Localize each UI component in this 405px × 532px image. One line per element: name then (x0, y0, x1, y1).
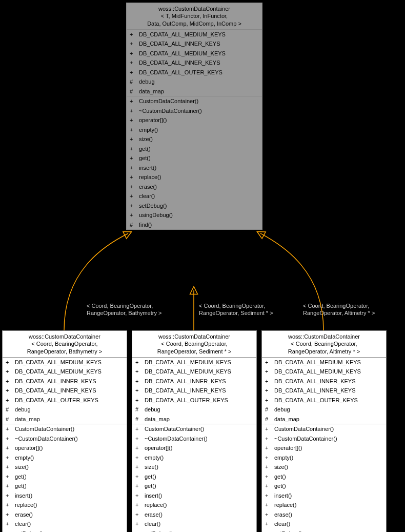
member-visibility: + (265, 454, 274, 462)
member-visibility: # (130, 77, 139, 86)
member-row[interactable]: +DB_CDATA_ALL_OUTER_KEYS (3, 396, 127, 405)
member-name: CustomDataContainer() (145, 425, 253, 434)
child-class-box-bathymetry[interactable]: woss::CustomDataContainer < Coord, Beari… (2, 330, 127, 532)
member-row[interactable]: +get() (262, 481, 386, 491)
child-attrs-section: +DB_CDATA_ALL_MEDIUM_KEYS+DB_CDATA_ALL_M… (132, 358, 256, 425)
member-row[interactable]: +size() (262, 462, 386, 472)
member-row[interactable]: #debug (262, 405, 386, 415)
member-name: DB_CDATA_ALL_INNER_KEYS (15, 377, 124, 386)
member-row[interactable]: +DB_CDATA_ALL_INNER_KEYS (132, 386, 256, 396)
member-row[interactable]: +get() (127, 144, 262, 154)
member-row[interactable]: +DB_CDATA_ALL_MEDIUM_KEYS (3, 358, 127, 367)
member-row[interactable]: +get() (3, 481, 127, 491)
member-row[interactable]: +setDebug() (3, 529, 127, 532)
member-row[interactable]: +size() (132, 462, 256, 472)
member-row[interactable]: #debug (3, 405, 127, 415)
member-row[interactable]: +~CustomDataContainer() (127, 106, 262, 116)
member-row[interactable]: +clear() (262, 519, 386, 529)
member-row[interactable]: #data_map (262, 415, 386, 424)
member-row[interactable]: +setDebug() (127, 201, 262, 211)
member-row[interactable]: +CustomDataContainer() (127, 96, 262, 106)
member-row[interactable]: +~CustomDataContainer() (262, 434, 386, 444)
member-row[interactable]: +operator[]() (3, 443, 127, 453)
member-row[interactable]: +DB_CDATA_ALL_INNER_KEYS (262, 377, 386, 386)
member-row[interactable]: #data_map (127, 87, 262, 96)
member-row[interactable]: +DB_CDATA_ALL_MEDIUM_KEYS (262, 358, 386, 367)
member-row[interactable]: +DB_CDATA_ALL_INNER_KEYS (262, 386, 386, 396)
member-row[interactable]: +DB_CDATA_ALL_MEDIUM_KEYS (3, 367, 127, 377)
member-row[interactable]: +DB_CDATA_ALL_INNER_KEYS (127, 39, 262, 49)
member-name: erase() (15, 510, 124, 519)
member-row[interactable]: +get() (262, 472, 386, 482)
member-row[interactable]: +erase() (262, 510, 386, 520)
member-row[interactable]: +empty() (132, 453, 256, 463)
member-row[interactable]: +DB_CDATA_ALL_INNER_KEYS (127, 58, 262, 68)
member-name: operator[]() (15, 444, 124, 452)
member-row[interactable]: #debug (132, 405, 256, 415)
member-row[interactable]: +CustomDataContainer() (132, 424, 256, 434)
member-row[interactable]: +get() (132, 472, 256, 482)
member-row[interactable]: +clear() (127, 191, 262, 201)
member-row[interactable]: +~CustomDataContainer() (132, 434, 256, 444)
member-row[interactable]: +DB_CDATA_ALL_MEDIUM_KEYS (132, 367, 256, 377)
member-row[interactable]: +erase() (127, 182, 262, 192)
child-class-box-altimetry[interactable]: woss::CustomDataContainer < Coord, Beari… (261, 330, 387, 532)
member-row[interactable]: +replace() (132, 500, 256, 510)
member-row[interactable]: +size() (3, 462, 127, 472)
member-name: DB_CDATA_ALL_OUTER_KEYS (274, 396, 383, 405)
member-row[interactable]: +operator[]() (262, 443, 386, 453)
member-name: operator[]() (274, 444, 383, 452)
member-row[interactable]: +replace() (262, 500, 386, 510)
member-row[interactable]: +DB_CDATA_ALL_INNER_KEYS (3, 377, 127, 386)
member-visibility: + (265, 367, 274, 376)
member-row[interactable]: +size() (127, 134, 262, 144)
member-row[interactable]: +operator[]() (127, 115, 262, 125)
member-name: CustomDataContainer() (15, 425, 124, 434)
title-line: < Coord, BearingOperator, (161, 341, 227, 347)
member-row[interactable]: +insert() (3, 491, 127, 501)
title-line: < T, MidFunctor, InFunctor, (161, 13, 228, 19)
member-row[interactable]: +CustomDataContainer() (262, 424, 386, 434)
member-name: DB_CDATA_ALL_OUTER_KEYS (15, 396, 124, 405)
member-row[interactable]: +empty() (127, 125, 262, 135)
member-row[interactable]: +erase() (3, 510, 127, 520)
member-row[interactable]: #data_map (132, 415, 256, 424)
member-name: operator[]() (145, 444, 253, 452)
member-row[interactable]: +DB_CDATA_ALL_OUTER_KEYS (132, 396, 256, 405)
member-row[interactable]: +DB_CDATA_ALL_MEDIUM_KEYS (262, 367, 386, 377)
member-name: DB_CDATA_ALL_MEDIUM_KEYS (145, 367, 253, 376)
member-row[interactable]: #data_map (3, 415, 127, 424)
member-row[interactable]: +DB_CDATA_ALL_OUTER_KEYS (262, 396, 386, 405)
member-row[interactable]: +get() (3, 472, 127, 482)
member-name: insert() (139, 164, 259, 172)
member-row[interactable]: +insert() (262, 491, 386, 501)
member-row[interactable]: +insert() (127, 163, 262, 173)
child-class-box-sediment[interactable]: woss::CustomDataContainer < Coord, Beari… (132, 330, 257, 532)
member-name: clear() (274, 520, 383, 528)
member-row[interactable]: #debug (127, 77, 262, 87)
member-row[interactable]: +DB_CDATA_ALL_MEDIUM_KEYS (127, 30, 262, 40)
member-row[interactable]: +DB_CDATA_ALL_OUTER_KEYS (127, 68, 262, 77)
member-row[interactable]: +CustomDataContainer() (3, 424, 127, 434)
member-row[interactable]: #find() (127, 220, 262, 230)
member-row[interactable]: +get() (132, 481, 256, 491)
member-row[interactable]: +operator[]() (132, 443, 256, 453)
member-row[interactable]: +setDebug() (132, 529, 256, 532)
member-row[interactable]: +empty() (3, 453, 127, 463)
member-row[interactable]: +DB_CDATA_ALL_INNER_KEYS (3, 386, 127, 396)
member-row[interactable]: +empty() (262, 453, 386, 463)
member-row[interactable]: +replace() (3, 500, 127, 510)
member-row[interactable]: +usingDebug() (127, 210, 262, 220)
member-row[interactable]: +~CustomDataContainer() (3, 434, 127, 444)
member-row[interactable]: +clear() (3, 519, 127, 529)
member-row[interactable]: +DB_CDATA_ALL_MEDIUM_KEYS (127, 49, 262, 58)
member-row[interactable]: +setDebug() (262, 529, 386, 532)
member-row[interactable]: +replace() (127, 172, 262, 182)
member-row[interactable]: +clear() (132, 519, 256, 529)
member-row[interactable]: +insert() (132, 491, 256, 501)
member-row[interactable]: +get() (127, 153, 262, 163)
member-row[interactable]: +DB_CDATA_ALL_MEDIUM_KEYS (132, 358, 256, 367)
member-row[interactable]: +DB_CDATA_ALL_INNER_KEYS (132, 377, 256, 386)
parent-class-box[interactable]: woss::CustomDataContainer < T, MidFuncto… (126, 3, 262, 230)
member-row[interactable]: +erase() (132, 510, 256, 520)
